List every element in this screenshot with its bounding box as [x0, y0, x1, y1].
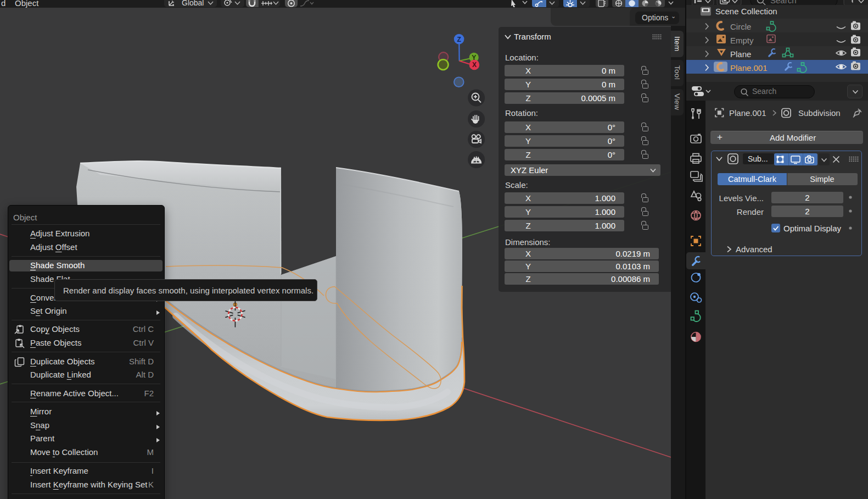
svg-text:Plane.001: Plane.001: [729, 108, 766, 118]
svg-text:Y: Y: [472, 54, 476, 62]
svg-text:Subdivision: Subdivision: [798, 108, 841, 118]
svg-text:Plane: Plane: [730, 49, 751, 59]
svg-text:X: X: [472, 61, 477, 69]
svg-text:Plane.001: Plane.001: [730, 63, 768, 73]
svg-text:Z: Z: [457, 36, 461, 43]
svg-text:Circle: Circle: [730, 22, 751, 31]
svg-text:Empty: Empty: [730, 36, 754, 45]
svg-text:Search: Search: [770, 0, 797, 5]
svg-text:Scene Collection: Scene Collection: [715, 7, 777, 16]
